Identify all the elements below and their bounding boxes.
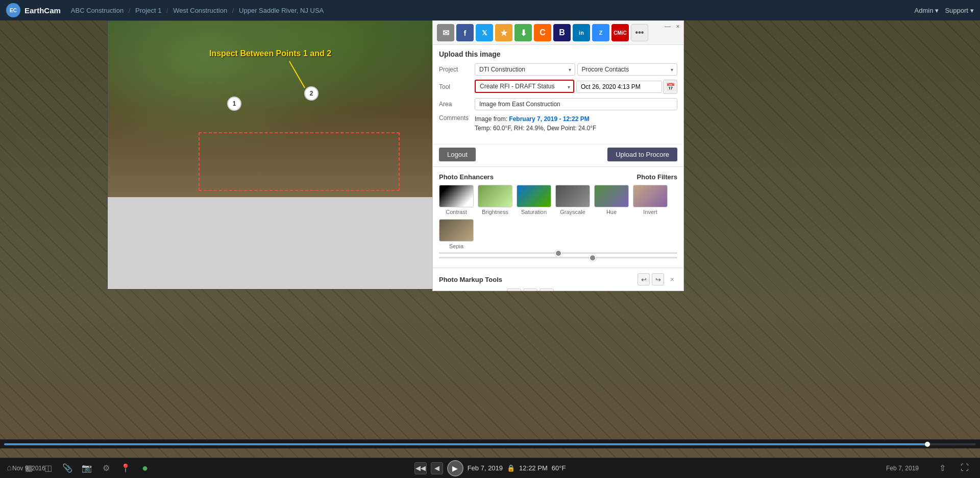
linkedin-share-button[interactable]: in: [573, 24, 590, 41]
filter-invert[interactable]: Invert: [633, 185, 668, 215]
admin-dropdown[interactable]: Admin ▾: [915, 7, 939, 14]
minimize-button[interactable]: —: [664, 23, 671, 30]
lock-icon: 🔒: [507, 464, 515, 472]
arrow-tool[interactable]: ↗: [507, 289, 521, 291]
close-button[interactable]: ×: [674, 23, 681, 30]
hue-label: Hue: [606, 209, 617, 215]
invert-label: Invert: [643, 209, 657, 215]
project-row: Project DTI Construction ▾ Procore Conta…: [439, 63, 677, 76]
filter-grayscale[interactable]: Grayscale: [555, 185, 590, 215]
bottom-bar: ⌂ ▦ ◫ 📎 📷 ⚙ 📍 ● Nov 9, 2016 ◀◀ ◀ ▶ Feb 7…: [0, 458, 980, 478]
bottom-controls: Nov 9, 2016 ◀◀ ◀ ▶ Feb 7, 2019 🔒 12:22 P…: [414, 460, 566, 476]
area-row: Area: [439, 98, 677, 110]
support-dropdown[interactable]: Support ▾: [945, 7, 974, 14]
tool-select-wrap: Create RFI - DRAFT Status ▾: [475, 80, 574, 94]
comments-label: Comments: [439, 114, 475, 122]
fullscreen-icon-button[interactable]: ⛶: [955, 458, 974, 478]
photo-panel: Inspect Between Points 1 and 2 1 2: [107, 20, 432, 290]
sepia-thumb: [439, 219, 474, 242]
filter-brightness[interactable]: Brightness: [478, 185, 512, 215]
rewind-button[interactable]: ◀◀: [414, 462, 427, 474]
markup-section: Photo Markup Tools ↩ ↪ ×: [433, 270, 683, 291]
invert-thumb: [633, 185, 668, 207]
grayscale-thumb-inner: [556, 185, 590, 207]
upload-to-procore-button[interactable]: Upload to Procore: [607, 148, 677, 161]
facebook-share-button[interactable]: f: [456, 24, 474, 41]
markup-close-button[interactable]: ×: [667, 274, 677, 284]
comments-date-link[interactable]: February 7, 2019 - 12:22 PM: [509, 115, 589, 123]
right-panel: — × ✉ f 𝕏 ★ ⬇ C B in Z CMiC ••• Upload t…: [432, 20, 684, 291]
share-bar: ✉ f 𝕏 ★ ⬇ C B in Z CMiC •••: [433, 21, 683, 45]
admin-label: Admin: [915, 7, 934, 14]
filter-saturation[interactable]: Saturation: [517, 185, 551, 215]
breadcrumb-item-3[interactable]: West Construction: [173, 7, 227, 14]
filter-hue[interactable]: Hue: [594, 185, 629, 215]
date-left: Nov 9, 2016: [6, 465, 45, 472]
zoom-share-button[interactable]: Z: [592, 24, 609, 41]
hue-thumb: [594, 185, 629, 207]
bing-share-button[interactable]: C: [534, 24, 551, 41]
email-share-button[interactable]: ✉: [437, 24, 454, 41]
grayscale-thumb: [555, 185, 590, 207]
selection-box: [199, 132, 400, 191]
more-share-button[interactable]: •••: [631, 24, 648, 41]
camera-icon-button[interactable]: 📷: [78, 458, 96, 478]
breadcrumb-item-2[interactable]: Project 1: [135, 7, 161, 14]
comments-row: Comments Image from: February 7, 2019 - …: [439, 114, 677, 133]
breadcrumb-item-1[interactable]: ABC Construction: [71, 7, 124, 14]
brightness-slider-row: [439, 257, 677, 258]
temp-display: 60°F: [552, 464, 566, 472]
filter-contrast[interactable]: Contrast: [439, 185, 474, 215]
redo-button[interactable]: ↪: [652, 273, 664, 285]
clip-icon-button[interactable]: 📎: [58, 458, 77, 478]
contact-select[interactable]: Procore Contacts: [577, 63, 678, 76]
sepia-thumb-inner: [439, 220, 473, 241]
point-marker-1: 1: [227, 97, 241, 111]
breadcrumb-sep-3: /: [232, 7, 234, 14]
prev-frame-button[interactable]: ◀: [431, 462, 443, 474]
filter-sepia[interactable]: Sepia: [439, 219, 474, 249]
saturation-thumb-inner: [517, 185, 551, 207]
twitter-share-button[interactable]: 𝕏: [476, 24, 493, 41]
area-input[interactable]: [475, 98, 677, 110]
modal-container: Inspect Between Points 1 and 2 1 2 — × ✉…: [107, 20, 980, 448]
live-icon-button[interactable]: ●: [136, 458, 154, 478]
brightness-label: Brightness: [482, 209, 508, 215]
star-share-button[interactable]: ★: [495, 24, 512, 41]
brightness-thumb: [478, 185, 512, 207]
logo[interactable]: EC EarthCam: [6, 3, 61, 17]
enhancers-title: Photo Enhancers: [439, 173, 494, 181]
play-button[interactable]: ▶: [447, 460, 463, 476]
logo-icon: EC: [6, 3, 20, 17]
rectangle-tool[interactable]: ▭: [540, 289, 554, 291]
divider-1: [433, 166, 683, 167]
breadcrumb-sep-2: /: [166, 7, 168, 14]
markup-header: Photo Markup Tools ↩ ↪ ×: [439, 273, 677, 285]
location-icon-button[interactable]: 📍: [116, 458, 135, 478]
comments-line1: Image from: February 7, 2019 - 12:22 PM: [475, 114, 677, 124]
b-share-button[interactable]: B: [553, 24, 571, 41]
settings-icon-button[interactable]: ⚙: [97, 458, 115, 478]
date-row: 📅: [576, 80, 677, 94]
photo-area[interactable]: Inspect Between Points 1 and 2 1 2: [108, 21, 433, 197]
calendar-button[interactable]: 📅: [663, 80, 677, 94]
tool-row: Tool Create RFI - DRAFT Status ▾ 📅: [439, 80, 677, 94]
brightness-thumb-inner: [478, 185, 512, 207]
enhancers-header: Photo Enhancers Photo Filters: [439, 173, 677, 181]
breadcrumb-item-4[interactable]: Upper Saddle River, NJ USA: [239, 7, 324, 14]
share-icon-button[interactable]: ⇧: [933, 458, 951, 478]
brightness-slider[interactable]: [439, 257, 677, 258]
download-button[interactable]: ⬇: [514, 24, 532, 41]
project-select[interactable]: DTI Construction: [475, 63, 575, 76]
contact-select-wrap: Procore Contacts ▾: [577, 63, 678, 76]
selector-tool[interactable]: ❋: [523, 289, 537, 291]
tool-label: Tool: [439, 83, 475, 90]
logout-button[interactable]: Logout: [439, 148, 476, 161]
date-input[interactable]: [576, 81, 662, 93]
saturation-label: Saturation: [521, 209, 547, 215]
grayscale-label: Grayscale: [560, 209, 585, 215]
cmic-share-button[interactable]: CMiC: [611, 24, 629, 41]
area-label: Area: [439, 101, 475, 108]
undo-button[interactable]: ↩: [638, 273, 650, 285]
tool-select[interactable]: Create RFI - DRAFT Status: [475, 80, 574, 93]
